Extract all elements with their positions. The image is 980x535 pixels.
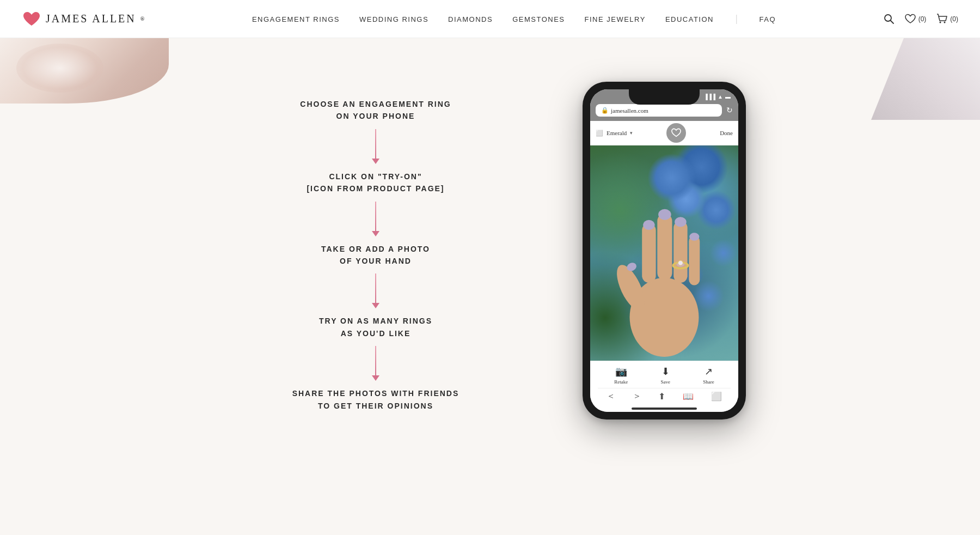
nav-links: Engagement Rings Wedding Rings Diamonds … [252, 13, 776, 25]
step-3: Take or add a photo of your hand [321, 243, 430, 268]
phone-image-area [590, 145, 738, 361]
svg-point-12 [675, 217, 687, 227]
signal-icon: ▐▐▐ [704, 94, 715, 100]
dropdown-arrow-icon: ▾ [630, 130, 633, 136]
nav-link-faq[interactable]: FAQ [759, 15, 776, 23]
main-content: Choose an Engagement Ring on your phone … [0, 38, 980, 452]
filter-label: Emerald [607, 130, 627, 136]
refresh-icon[interactable]: ↻ [726, 106, 733, 115]
phone-url-bar[interactable]: 🔒 jamesallen.com [596, 104, 722, 117]
svg-point-3 [944, 21, 946, 23]
search-button[interactable] [884, 14, 895, 25]
share-label: Share [703, 379, 714, 385]
done-label: Done [720, 130, 733, 136]
cart-icon [936, 13, 948, 25]
step-2: Click on "Try-On" [Icon from product pag… [307, 171, 444, 195]
browser-back-icon[interactable]: ＜ [607, 391, 615, 402]
try-on-heart-button[interactable] [666, 123, 686, 143]
browser-share-icon[interactable]: ⬆ [658, 391, 665, 402]
phone-notch [629, 89, 700, 105]
arrow-4 [372, 346, 379, 381]
wifi-icon: ▲ [718, 94, 723, 100]
svg-point-11 [658, 209, 671, 220]
browser-forward-icon[interactable]: ＞ [633, 391, 641, 402]
bottom-actions: 📷 Retake ⬇ Save ↗ Share [598, 366, 731, 385]
toolbar-heart[interactable] [666, 123, 686, 143]
lock-icon: 🔒 [601, 107, 609, 114]
nav-link-wedding-rings[interactable]: Wedding Rings [359, 15, 428, 23]
browser-bookmarks-icon[interactable]: 📖 [683, 391, 694, 402]
search-icon [884, 14, 895, 25]
svg-point-17 [678, 260, 683, 265]
heart-outline-icon [671, 128, 682, 138]
arrow-head-1 [372, 159, 379, 164]
browser-tabs-icon[interactable]: ⬜ [711, 391, 722, 402]
arrow-head-2 [372, 231, 379, 236]
share-icon: ↗ [705, 366, 713, 378]
filter-shape-icon: ⬜ [596, 130, 603, 137]
share-button[interactable]: ↗ Share [703, 366, 714, 385]
arrow-line-3 [375, 273, 376, 303]
nav-icons: (0) (0) [884, 13, 958, 25]
svg-rect-8 [673, 221, 687, 283]
svg-rect-6 [642, 223, 656, 283]
phone-address-bar: 🔒 jamesallen.com ↻ [590, 102, 738, 121]
phone-screen: ▐▐▐ ▲ ▬ 🔒 jamesallen.com ↻ ⬜ [590, 89, 738, 412]
arrow-line-1 [375, 129, 376, 159]
phone-frame: ▐▐▐ ▲ ▬ 🔒 jamesallen.com ↻ ⬜ [583, 82, 746, 420]
svg-rect-7 [657, 214, 672, 280]
svg-point-0 [885, 15, 891, 21]
save-label: Save [660, 379, 670, 385]
wishlist-button[interactable]: (0) [904, 14, 927, 25]
step-1: Choose an Engagement Ring on your phone [300, 98, 451, 123]
step-5-text: Share the photos with friends to get the… [292, 387, 460, 412]
step-3-text: Take or add a photo of your hand [321, 243, 430, 268]
phone-browser-bar: ＜ ＞ ⬆ 📖 ⬜ [598, 388, 731, 405]
step-4-text: Try on as many rings as you'd like [319, 315, 432, 339]
step-5: Share the photos with friends to get the… [292, 387, 460, 412]
nav-link-fine-jewelry[interactable]: Fine Jewelry [584, 15, 645, 23]
save-icon: ⬇ [661, 366, 670, 378]
nav-separator: | [736, 13, 738, 25]
wishlist-count: (0) [918, 15, 927, 23]
svg-rect-9 [689, 236, 700, 285]
phone-bottom-toolbar: 📷 Retake ⬇ Save ↗ Share ＜ [590, 361, 738, 412]
phone-url-text: jamesallen.com [611, 107, 648, 114]
nav-link-engagement-rings[interactable]: Engagement Rings [252, 15, 340, 23]
logo[interactable]: James Allen ® [22, 10, 144, 28]
save-button[interactable]: ⬇ Save [660, 366, 670, 385]
arrow-3 [372, 273, 379, 308]
heart-icon [904, 14, 916, 25]
logo-brand-name: James Allen [46, 13, 136, 25]
done-button[interactable]: Done [720, 130, 733, 136]
toolbar-filter[interactable]: ⬜ Emerald ▾ [596, 130, 633, 137]
battery-icon: ▬ [725, 94, 731, 100]
nav-link-gemstones[interactable]: Gemstones [512, 15, 565, 23]
arrow-head-3 [372, 303, 379, 308]
phone-section: ▐▐▐ ▲ ▬ 🔒 jamesallen.com ↻ ⬜ [583, 82, 746, 420]
hand-with-ring-image [590, 145, 738, 361]
arrow-line-2 [375, 202, 376, 232]
steps-section: Choose an Engagement Ring on your phone … [234, 82, 517, 412]
phone-app-toolbar: ⬜ Emerald ▾ Done [590, 121, 738, 145]
nav-link-education[interactable]: Education [665, 15, 714, 23]
arrow-line-4 [375, 346, 376, 376]
step-1-text: Choose an Engagement Ring on your phone [300, 98, 451, 123]
nav-link-diamonds[interactable]: Diamonds [448, 15, 493, 23]
phone-home-indicator [632, 408, 697, 410]
arrow-head-4 [372, 375, 379, 381]
retake-button[interactable]: 📷 Retake [614, 366, 628, 385]
arrow-2 [372, 202, 379, 236]
retake-icon: 📷 [615, 366, 627, 378]
cart-button[interactable]: (0) [936, 13, 958, 25]
status-bar-icons: ▐▐▐ ▲ ▬ [704, 94, 731, 100]
cart-count: (0) [950, 15, 958, 23]
logo-registered-mark: ® [140, 16, 145, 22]
svg-point-13 [689, 233, 699, 241]
logo-heart-icon [22, 10, 41, 28]
navigation: James Allen ® Engagement Rings Wedding R… [0, 0, 980, 38]
arrow-1 [372, 129, 379, 164]
retake-label: Retake [614, 379, 628, 385]
svg-point-2 [940, 21, 941, 23]
step-2-text: Click on "Try-On" [Icon from product pag… [307, 171, 444, 195]
